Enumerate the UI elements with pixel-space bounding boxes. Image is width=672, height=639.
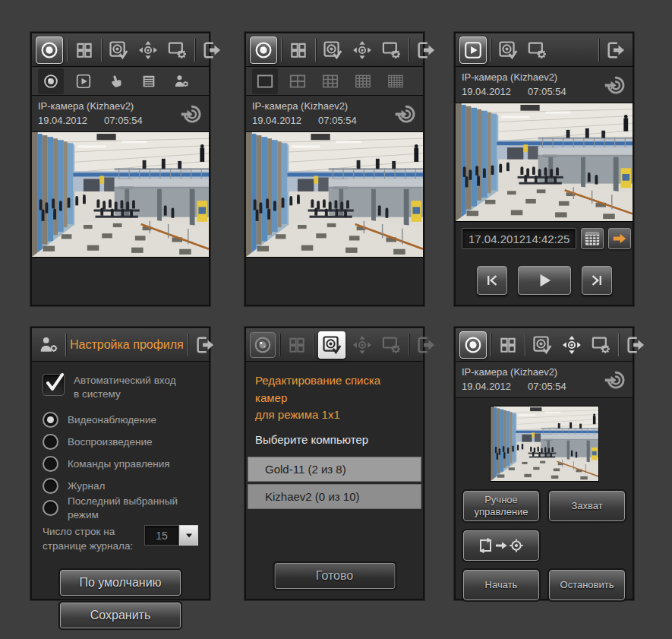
skip-to-start-icon bbox=[484, 272, 500, 289]
position-datetime-field[interactable]: 17.04.2012 14:42:25 bbox=[462, 228, 576, 249]
list-item[interactable]: Gold-11 (2 из 8) bbox=[248, 457, 421, 482]
exit-button[interactable] bbox=[623, 332, 648, 358]
page-title: Настройка профиля bbox=[70, 338, 184, 352]
grid-2x2-icon bbox=[498, 335, 518, 355]
layout-3x3-icon bbox=[320, 71, 340, 91]
toolbar-divider bbox=[101, 39, 102, 62]
auto-login-checkbox[interactable] bbox=[43, 374, 65, 396]
mode-log-button[interactable] bbox=[136, 68, 162, 94]
ptz-mode-button[interactable] bbox=[349, 37, 375, 63]
connect-icon[interactable] bbox=[180, 103, 203, 125]
panel-live-single: IP-камера (Kizhaev2) 19.04.201207:05:54 bbox=[30, 32, 210, 306]
exit-door-arrow-icon bbox=[201, 40, 222, 61]
toolbar-divider bbox=[281, 39, 282, 62]
mode-profile-button[interactable] bbox=[169, 68, 194, 94]
camera-thumbnail[interactable] bbox=[490, 406, 599, 482]
play-button[interactable] bbox=[518, 266, 571, 295]
skip-to-start-button[interactable] bbox=[477, 266, 507, 295]
layouts-button[interactable] bbox=[71, 37, 97, 63]
camera-check-icon bbox=[321, 334, 342, 356]
log-rows-select[interactable]: 15 bbox=[144, 525, 198, 546]
playback-mode-button[interactable] bbox=[459, 36, 487, 64]
camera-select-button[interactable] bbox=[318, 331, 345, 359]
connect-icon[interactable] bbox=[604, 369, 626, 391]
mode-live-button[interactable] bbox=[38, 68, 64, 94]
layouts-button[interactable] bbox=[284, 332, 310, 358]
stop-button[interactable]: Остановить bbox=[549, 570, 625, 600]
pan-tilt-crosshair-icon bbox=[352, 40, 372, 60]
settings-button[interactable] bbox=[379, 332, 405, 358]
settings-button[interactable] bbox=[588, 332, 614, 358]
pan-tilt-crosshair-icon bbox=[138, 40, 158, 60]
camera-time: 07:05:54 bbox=[318, 115, 357, 126]
profile-header: Настройка профиля bbox=[32, 328, 209, 362]
camera-label: IP-камера (Kizhaev2) bbox=[38, 100, 143, 114]
radio-last-mode[interactable]: Последний выбранный режим bbox=[43, 497, 198, 519]
manual-control-button[interactable]: Ручное управление bbox=[463, 491, 539, 521]
camera-select-button[interactable] bbox=[495, 37, 521, 63]
radio-video-surveillance[interactable]: Видеонаблюдение bbox=[43, 409, 198, 431]
layout-2x2-button[interactable] bbox=[285, 68, 311, 94]
settings-button[interactable] bbox=[379, 37, 405, 63]
layouts-button[interactable] bbox=[286, 37, 311, 63]
down-triangle-icon bbox=[185, 532, 194, 539]
exit-button[interactable] bbox=[413, 332, 439, 358]
live-view-button[interactable] bbox=[250, 332, 276, 358]
toolbar-divider bbox=[598, 39, 599, 62]
camera-label: IP-камера (Kizhaev2) bbox=[462, 365, 566, 380]
radio-playback[interactable]: Воспроизведение bbox=[43, 431, 198, 453]
start-mode-group: Видеонаблюдение Воспроизведение Команды … bbox=[43, 409, 198, 519]
exit-button[interactable] bbox=[603, 37, 629, 63]
settings-button[interactable] bbox=[165, 37, 191, 63]
tour-to-preset-button[interactable] bbox=[463, 530, 539, 561]
start-button[interactable]: Начать bbox=[463, 570, 539, 600]
live-view-button[interactable] bbox=[250, 36, 277, 64]
camera-select-button[interactable] bbox=[106, 37, 131, 63]
toolbar-divider bbox=[491, 334, 491, 356]
camera-video-view[interactable] bbox=[32, 132, 209, 258]
camera-select-button[interactable] bbox=[320, 37, 345, 63]
camera-select-button[interactable] bbox=[529, 332, 555, 358]
ptz-mode-button[interactable] bbox=[135, 37, 161, 63]
layout-3x3-button[interactable] bbox=[317, 68, 343, 94]
exit-button[interactable] bbox=[199, 37, 225, 63]
calendar-button[interactable] bbox=[581, 228, 604, 249]
connect-icon[interactable] bbox=[604, 74, 626, 96]
toolbar-divider bbox=[491, 39, 491, 62]
main-toolbar bbox=[246, 328, 423, 362]
auto-login-label: Автоматический вход в систему bbox=[74, 374, 176, 401]
computer-list: Gold-11 (2 из 8) Kizhaev2 (0 из 10) bbox=[246, 457, 423, 509]
log-rows-setting: Число строк на странице журнала: 15 bbox=[43, 525, 198, 552]
ptz-mode-button[interactable] bbox=[559, 332, 585, 358]
exit-button[interactable] bbox=[192, 332, 218, 358]
save-button[interactable]: Сохранить bbox=[60, 603, 181, 628]
camera-video-view[interactable] bbox=[456, 103, 633, 222]
layouts-button[interactable] bbox=[495, 332, 521, 358]
mode-playback-button[interactable] bbox=[71, 68, 96, 94]
list-item[interactable]: Kizhaev2 (0 из 10) bbox=[248, 484, 421, 509]
mode-manual-button[interactable] bbox=[103, 68, 129, 94]
connect-icon[interactable] bbox=[394, 103, 417, 125]
live-view-button[interactable] bbox=[36, 36, 63, 64]
user-gear-icon bbox=[173, 73, 190, 90]
radio-control-commands[interactable]: Команды управления bbox=[43, 453, 198, 475]
profile-mode-button[interactable] bbox=[36, 332, 62, 358]
done-button[interactable]: Готово bbox=[274, 563, 395, 589]
settings-button[interactable] bbox=[525, 37, 551, 63]
camera-date: 19.04.2012 bbox=[462, 381, 511, 392]
skip-to-end-button[interactable] bbox=[582, 266, 612, 295]
layout-5x5-button[interactable] bbox=[383, 68, 409, 94]
dropdown-button[interactable] bbox=[179, 525, 198, 546]
layout-1x1-button[interactable] bbox=[252, 68, 278, 94]
camera-lens-icon bbox=[253, 335, 273, 355]
pointing-hand-icon bbox=[108, 73, 125, 90]
live-view-button[interactable] bbox=[459, 331, 487, 359]
layout-4x4-button[interactable] bbox=[350, 68, 376, 94]
ptz-mode-button[interactable] bbox=[349, 332, 375, 358]
default-button[interactable]: По умолчанию bbox=[60, 570, 181, 596]
capture-button[interactable]: Захват bbox=[549, 491, 625, 521]
exit-button[interactable] bbox=[413, 37, 439, 63]
go-to-time-button[interactable] bbox=[608, 228, 631, 249]
exit-door-arrow-icon bbox=[605, 40, 626, 61]
camera-video-view[interactable] bbox=[246, 132, 423, 258]
